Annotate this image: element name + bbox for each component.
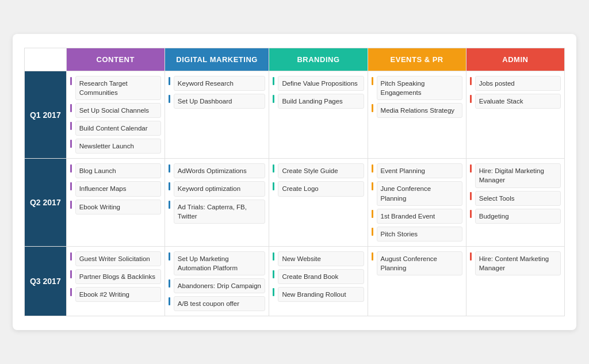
task-dot xyxy=(70,122,72,130)
task-label: Build Content Calendar xyxy=(75,121,161,136)
cell-q3-content: Guest Writer SolicitationPartner Blogs &… xyxy=(66,246,165,316)
task-dot xyxy=(273,164,274,173)
task-dot xyxy=(169,297,170,305)
task-item: Keyword Research xyxy=(169,76,266,91)
cell-q1-events: Pitch Speaking EngagementsMedia Relation… xyxy=(368,71,466,158)
task-dot xyxy=(470,210,472,218)
task-item: June Conference Planning xyxy=(372,181,462,205)
task-dot xyxy=(372,104,373,112)
task-label: Create Style Guide xyxy=(278,163,364,178)
task-label: Hire: Digital Marketing Manager xyxy=(475,163,561,187)
task-item: August Conference Planning xyxy=(372,251,462,275)
task-label: AdWords Optimizations xyxy=(174,163,266,178)
quarter-label-0: Q1 2017 xyxy=(25,71,67,158)
task-dot xyxy=(372,77,373,85)
task-dot xyxy=(470,77,472,85)
header-content: CONTENT xyxy=(66,48,165,71)
task-label: Influencer Maps xyxy=(75,181,161,196)
task-dot xyxy=(169,201,170,209)
task-label: Newsletter Launch xyxy=(75,139,161,154)
task-item: Define Value Propositions xyxy=(273,76,364,91)
task-label: Set Up Social Channels xyxy=(75,103,161,118)
task-dot xyxy=(470,164,472,173)
task-item: Evaluate Stack xyxy=(470,94,561,109)
task-dot xyxy=(470,95,472,103)
task-item: Build Content Calendar xyxy=(70,121,161,136)
task-dot xyxy=(273,182,274,190)
task-item: Create Style Guide xyxy=(273,163,364,178)
task-label: Pitch Stories xyxy=(377,227,462,242)
task-item: Hire: Digital Marketing Manager xyxy=(470,163,561,187)
task-label: Set Up Dashboard xyxy=(174,94,266,109)
task-dot xyxy=(169,95,170,103)
task-label: Evaluate Stack xyxy=(475,94,561,109)
task-label: Select Tools xyxy=(475,191,561,206)
task-dot xyxy=(273,288,274,296)
cell-q3-digital: Set Up Marketing Automation PlatformAban… xyxy=(165,246,269,316)
task-dot xyxy=(273,270,274,278)
task-item: New Branding Rollout xyxy=(273,287,364,302)
task-label: Ad Trials: Capterra, FB, Twitter xyxy=(174,200,266,224)
task-item: Pitch Speaking Engagements xyxy=(372,76,462,100)
task-dot xyxy=(372,210,373,218)
task-label: Partner Blogs & Backlinks xyxy=(75,269,161,284)
cell-q1-admin: Jobs postedEvaluate Stack xyxy=(466,71,564,158)
task-dot xyxy=(470,252,472,260)
task-item: A/B test coupon offer xyxy=(169,296,266,311)
task-item: Abandoners: Drip Campaign xyxy=(169,278,266,293)
task-item: Ebook #2 Writing xyxy=(70,287,161,302)
task-label: Build Landing Pages xyxy=(278,94,364,109)
task-label: A/B test coupon offer xyxy=(174,296,266,311)
task-label: Set Up Marketing Automation Platform xyxy=(174,251,266,275)
cell-q2-branding: Create Style GuideCreate Logo xyxy=(269,159,368,246)
task-label: August Conference Planning xyxy=(377,251,462,275)
quarter-label-2: Q3 2017 xyxy=(25,246,67,316)
task-item: Jobs posted xyxy=(470,76,561,91)
task-dot xyxy=(70,252,72,260)
task-item: 1st Branded Event xyxy=(372,209,462,224)
task-item: Set Up Dashboard xyxy=(169,94,266,109)
task-label: Budgeting xyxy=(475,209,561,224)
task-dot xyxy=(169,77,170,85)
header-branding: BRANDING xyxy=(269,48,368,71)
task-label: Ebook Writing xyxy=(75,200,161,214)
task-label: New Branding Rollout xyxy=(278,287,364,302)
task-label: Event Planning xyxy=(377,163,462,178)
task-item: New Website xyxy=(273,251,364,266)
task-item: Hire: Content Marketing Manager xyxy=(470,251,561,275)
task-dot xyxy=(169,164,170,173)
task-dot xyxy=(169,182,170,190)
corner-cell xyxy=(25,48,67,71)
task-item: Set Up Social Channels xyxy=(70,103,161,118)
task-dot xyxy=(273,77,274,85)
task-label: Create Logo xyxy=(278,181,364,196)
header-events: EVENTS & PR xyxy=(368,48,466,71)
cell-q1-content: Research Target CommunitiesSet Up Social… xyxy=(66,71,165,158)
task-label: Pitch Speaking Engagements xyxy=(377,76,462,100)
task-item: AdWords Optimizations xyxy=(169,163,266,178)
task-dot xyxy=(70,140,72,148)
task-dot xyxy=(70,77,72,85)
cell-q2-digital: AdWords OptimizationsKeyword optimizatio… xyxy=(165,159,269,246)
task-dot xyxy=(372,228,373,236)
task-dot xyxy=(70,201,72,209)
task-item: Build Landing Pages xyxy=(273,94,364,109)
task-item: Research Target Communities xyxy=(70,76,161,100)
task-item: Keyword optimization xyxy=(169,181,266,196)
task-label: Blog Launch xyxy=(75,163,161,178)
task-dot xyxy=(70,270,72,278)
cell-q3-admin: Hire: Content Marketing Manager xyxy=(466,246,564,316)
task-label: Keyword Research xyxy=(174,76,266,91)
task-label: Guest Writer Solicitation xyxy=(75,251,161,266)
cell-q2-content: Blog LaunchInfluencer MapsEbook Writing xyxy=(66,159,165,246)
task-item: Create Logo xyxy=(273,181,364,196)
task-label: Keyword optimization xyxy=(174,181,266,196)
task-item: Select Tools xyxy=(470,191,561,206)
task-dot xyxy=(70,104,72,112)
task-item: Create Brand Book xyxy=(273,269,364,284)
task-dot xyxy=(372,164,373,173)
task-label: June Conference Planning xyxy=(377,181,462,205)
task-dot xyxy=(70,164,72,173)
task-label: Define Value Propositions xyxy=(278,76,364,91)
cell-q2-events: Event PlanningJune Conference Planning1s… xyxy=(368,159,466,246)
